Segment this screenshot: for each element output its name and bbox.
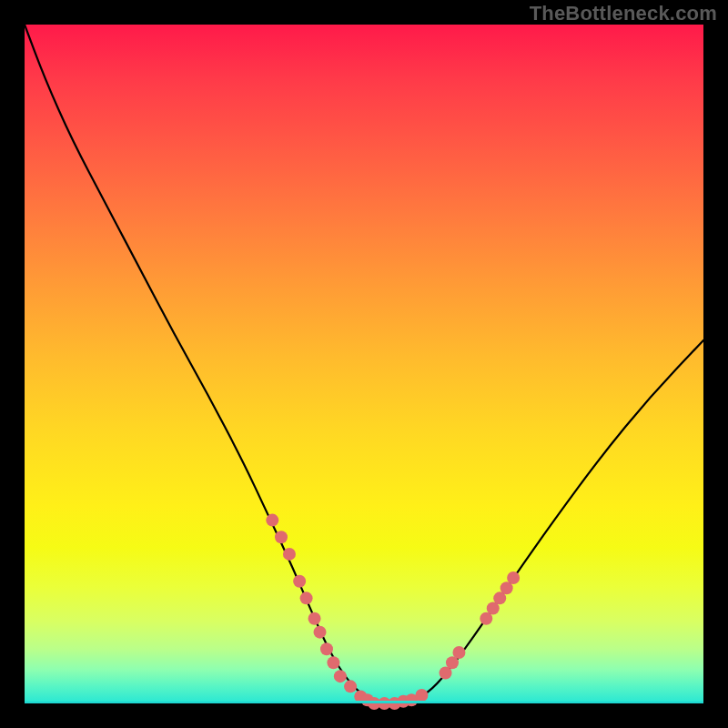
watermark-text: TheBottleneck.com <box>530 2 717 25</box>
curve-marker <box>415 689 428 702</box>
curve-marker <box>283 548 296 561</box>
plot-area <box>25 25 703 703</box>
curve-marker <box>275 531 288 543</box>
curve-marker <box>344 680 357 693</box>
curve-marker <box>293 575 306 588</box>
curve-marker <box>266 514 278 527</box>
curve-marker <box>320 642 333 655</box>
curve-marker <box>334 670 347 682</box>
curve-markers <box>266 514 520 710</box>
chart-frame: TheBottleneck.com <box>0 0 728 728</box>
curve-marker <box>314 626 327 639</box>
bottleneck-curve-svg <box>25 25 703 703</box>
bottleneck-curve-path <box>25 25 703 703</box>
curve-marker <box>507 571 520 584</box>
curve-marker <box>452 646 465 659</box>
curve-marker <box>308 612 321 625</box>
curve-marker <box>300 592 313 604</box>
curve-marker <box>327 656 339 669</box>
